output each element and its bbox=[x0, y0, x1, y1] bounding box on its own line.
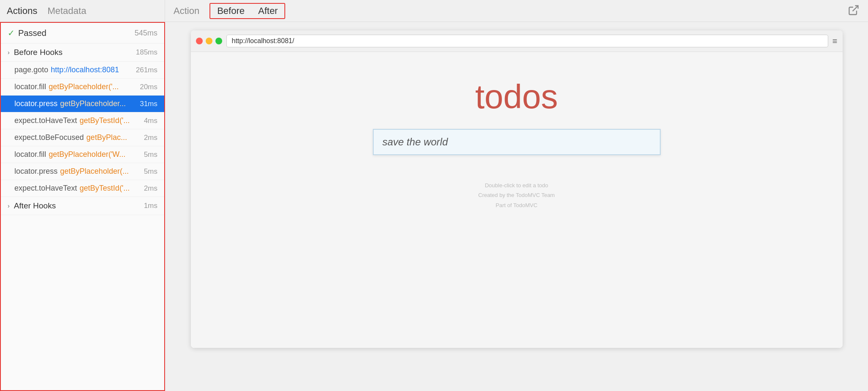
left-panel: ✓ Passed 545ms › Before Hooks 185ms page… bbox=[0, 22, 165, 391]
browser-content: todos save the world Double-click to edi… bbox=[191, 52, 843, 348]
passed-time: 545ms bbox=[135, 29, 157, 38]
action-time-goto: 261ms bbox=[136, 66, 157, 74]
todos-title: todos bbox=[475, 77, 558, 116]
action-method-focused: expect.toBeFocused bbox=[14, 133, 84, 142]
action-item-havetext2[interactable]: expect.toHaveText getByTestId('... 2ms bbox=[1, 180, 164, 197]
action-selector-havetext1: getByTestId('... bbox=[80, 116, 141, 125]
action-method-press1: locator.press bbox=[14, 99, 58, 108]
action-time-fill1: 20ms bbox=[140, 83, 157, 91]
action-method-fill1: locator.fill bbox=[14, 82, 46, 91]
action-item-goto[interactable]: page.goto http://localhost:8081 261ms bbox=[1, 62, 164, 79]
external-link-icon[interactable] bbox=[848, 4, 860, 16]
check-icon: ✓ bbox=[8, 28, 15, 38]
after-hooks-time: 1ms bbox=[144, 202, 157, 210]
action-item-fill2[interactable]: locator.fill getByPlaceholder('W... 5ms bbox=[1, 146, 164, 163]
todo-footer: Double-click to edit a todo Created by t… bbox=[478, 180, 555, 210]
top-bar-left: Actions Metadata bbox=[0, 0, 165, 22]
action-selector-focused: getByPlac... bbox=[86, 133, 141, 142]
todo-input-box: save the world bbox=[373, 129, 661, 155]
action-item-press2[interactable]: locator.press getByPlaceholder(... 5ms bbox=[1, 163, 164, 180]
before-hooks-label: Before Hooks bbox=[14, 48, 136, 57]
after-hooks-label: After Hooks bbox=[14, 201, 144, 211]
footer-line-3: Part of TodoMVC bbox=[478, 200, 555, 210]
passed-label: Passed bbox=[18, 28, 135, 38]
action-selector-fill2: getByPlaceholder('W... bbox=[49, 150, 141, 159]
action-method-havetext1: expect.toHaveText bbox=[14, 116, 77, 125]
footer-line-2: Created by the TodoMVC Team bbox=[478, 190, 555, 200]
tab-before[interactable]: Before bbox=[210, 4, 251, 18]
action-selector-fill1: getByPlaceholder('... bbox=[49, 82, 136, 91]
action-list: › Before Hooks 185ms page.goto http://lo… bbox=[1, 44, 164, 390]
action-label: Action bbox=[174, 5, 199, 16]
top-bar-right bbox=[848, 4, 868, 18]
browser-menu-icon[interactable]: ≡ bbox=[832, 36, 838, 46]
chevron-right-icon-after: › bbox=[8, 202, 10, 209]
traffic-light-red[interactable] bbox=[196, 38, 203, 44]
tab-actions[interactable]: Actions bbox=[7, 4, 37, 18]
tab-after[interactable]: After bbox=[251, 4, 284, 18]
right-panel: ≡ todos save the world Double-click to e… bbox=[165, 22, 868, 391]
action-item-focused[interactable]: expect.toBeFocused getByPlac... 2ms bbox=[1, 129, 164, 146]
before-hooks-time: 185ms bbox=[136, 48, 157, 57]
action-method-goto: page.goto bbox=[14, 66, 48, 74]
url-bar[interactable] bbox=[226, 35, 828, 47]
tab-metadata[interactable]: Metadata bbox=[47, 4, 86, 18]
action-method-havetext2: expect.toHaveText bbox=[14, 184, 77, 193]
chevron-right-icon: › bbox=[8, 49, 10, 56]
action-time-fill2: 5ms bbox=[144, 150, 157, 159]
before-hooks-group[interactable]: › Before Hooks 185ms bbox=[1, 44, 164, 62]
action-item-press1[interactable]: locator.press getByPlaceholder... 31ms bbox=[1, 96, 164, 112]
top-bar: Actions Metadata Action Before After bbox=[0, 0, 868, 22]
after-hooks-group[interactable]: › After Hooks 1ms bbox=[1, 197, 164, 215]
todo-input-text: save the world bbox=[383, 136, 448, 148]
action-method-press2: locator.press bbox=[14, 167, 58, 176]
traffic-light-green[interactable] bbox=[215, 38, 222, 44]
before-after-tabs: Before After bbox=[209, 3, 285, 19]
action-time-focused: 2ms bbox=[144, 134, 157, 142]
top-bar-middle: Action Before After bbox=[165, 0, 294, 22]
action-selector-havetext2: getByTestId('... bbox=[80, 184, 141, 193]
action-time-press1: 31ms bbox=[140, 100, 157, 108]
browser-window: ≡ todos save the world Double-click to e… bbox=[191, 30, 843, 348]
svg-line-0 bbox=[853, 5, 858, 11]
action-item-havtext1[interactable]: expect.toHaveText getByTestId('... 4ms bbox=[1, 112, 164, 129]
passed-row: ✓ Passed 545ms bbox=[1, 23, 164, 44]
browser-chrome: ≡ bbox=[191, 30, 843, 52]
footer-line-1: Double-click to edit a todo bbox=[478, 180, 555, 190]
action-selector-goto: http://localhost:8081 bbox=[51, 66, 132, 74]
action-time-havetext2: 2ms bbox=[144, 184, 157, 193]
action-time-havetext1: 4ms bbox=[144, 117, 157, 125]
action-item-fill1[interactable]: locator.fill getByPlaceholder('... 20ms bbox=[1, 79, 164, 96]
action-selector-press2: getByPlaceholder(... bbox=[60, 167, 141, 176]
traffic-light-yellow[interactable] bbox=[206, 38, 212, 44]
main-content: ✓ Passed 545ms › Before Hooks 185ms page… bbox=[0, 22, 868, 391]
action-selector-press1: getByPlaceholder... bbox=[60, 99, 136, 108]
action-method-fill2: locator.fill bbox=[14, 150, 46, 159]
traffic-lights bbox=[196, 38, 222, 44]
action-time-press2: 5ms bbox=[144, 167, 157, 176]
